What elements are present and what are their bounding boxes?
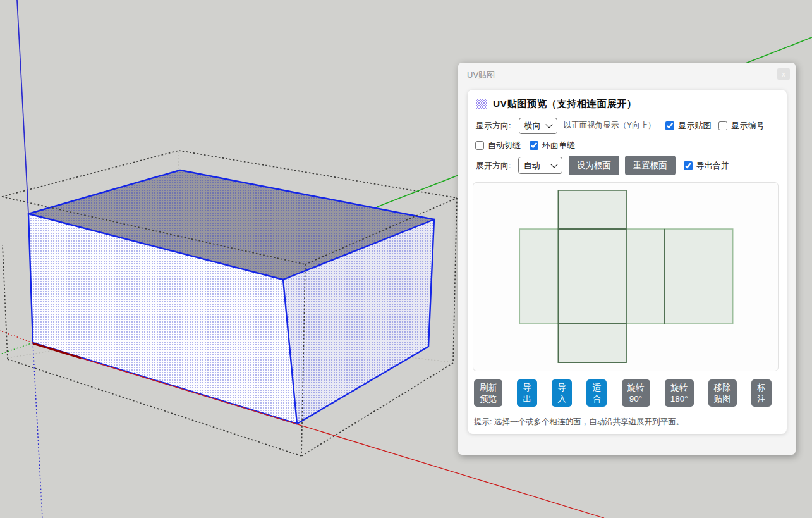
reset-root-face-button[interactable]: 重置根面 <box>625 156 676 175</box>
chevron-down-icon <box>545 121 552 128</box>
close-button[interactable]: x <box>777 68 790 80</box>
loop-seam-label: 环面单缝 <box>542 140 575 151</box>
auto-seam-label: 自动切缝 <box>488 140 521 151</box>
dialog-titlebar[interactable]: UV贴图 x <box>458 63 796 90</box>
display-direction-label: 显示方向: <box>476 120 511 132</box>
unfold-direction-row: 展开方向: 自动 设为根面 重置根面 导出合并 <box>476 156 783 175</box>
action-buttons: 刷新预览导出导入适合旋转90°旋转180°移除贴图标注 <box>474 379 772 407</box>
uv-face-back[interactable] <box>664 229 733 324</box>
refresh-preview-button[interactable]: 刷新预览 <box>474 379 502 407</box>
remove-texture-button[interactable]: 移除贴图 <box>708 379 737 407</box>
show-number-option[interactable]: 显示编号 <box>718 120 764 132</box>
import-button[interactable]: 导入 <box>552 379 572 407</box>
show-texture-label: 显示贴图 <box>678 120 711 132</box>
show-texture-checkbox[interactable] <box>665 121 674 130</box>
loop-seam-checkbox[interactable] <box>530 141 538 150</box>
loop-seam-option[interactable]: 环面单缝 <box>530 140 575 151</box>
unfold-direction-label: 展开方向: <box>476 160 511 171</box>
panel-header: UV贴图预览（支持相连面展开） <box>476 97 637 111</box>
uv-face-right[interactable] <box>626 229 664 324</box>
display-direction-row: 显示方向: 横向 以正面视角显示（Y向上） 显示贴图 显示编号 <box>476 117 783 134</box>
set-root-face-button[interactable]: 设为根面 <box>569 156 619 175</box>
hint-text: 提示: 选择一个或多个相连的面，自动沿共享边展开到平面。 <box>474 417 684 428</box>
dialog-title: UV贴图 <box>467 70 495 80</box>
export-merge-label: 导出合并 <box>696 160 729 171</box>
display-direction-value: 横向 <box>524 120 541 132</box>
view-caption: 以正面视角显示（Y向上） <box>564 120 656 131</box>
show-number-label: 显示编号 <box>731 120 764 132</box>
uv-preview-canvas[interactable] <box>473 182 779 371</box>
uv-net <box>473 183 778 371</box>
uv-face-left[interactable] <box>519 229 558 324</box>
unfold-direction-value: 自动 <box>524 160 540 171</box>
uv-panel-card: UV贴图预览（支持相连面展开） 显示方向: 横向 以正面视角显示（Y向上） 显示… <box>468 90 787 434</box>
uv-checker-icon <box>476 99 487 109</box>
uv-face-bottom[interactable] <box>558 324 626 362</box>
annotate-button[interactable]: 标注 <box>751 379 772 407</box>
export-button[interactable]: 导出 <box>517 379 537 407</box>
chevron-down-icon <box>550 161 557 168</box>
export-merge-checkbox[interactable] <box>684 161 693 170</box>
uv-dialog: UV贴图 x UV贴图预览（支持相连面展开） 显示方向: 横向 以正面视角显示（… <box>458 63 796 455</box>
auto-seam-option[interactable]: 自动切缝 <box>475 140 521 151</box>
panel-title: UV贴图预览（支持相连面展开） <box>493 97 637 111</box>
show-texture-option[interactable]: 显示贴图 <box>665 120 711 132</box>
rotate-180-button[interactable]: 旋转180° <box>665 379 694 407</box>
fit-button[interactable]: 适合 <box>586 379 607 407</box>
uv-face-top[interactable] <box>558 190 626 229</box>
unfold-direction-select[interactable]: 自动 <box>518 157 562 174</box>
uv-face-front[interactable] <box>558 229 626 324</box>
auto-seam-checkbox[interactable] <box>475 141 484 150</box>
display-direction-select[interactable]: 横向 <box>519 118 557 134</box>
seam-options-row: 自动切缝 环面单缝 <box>475 139 575 152</box>
export-merge-option[interactable]: 导出合并 <box>684 160 729 171</box>
rotate-90-button[interactable]: 旋转90° <box>622 379 650 407</box>
show-number-checkbox[interactable] <box>718 121 727 130</box>
